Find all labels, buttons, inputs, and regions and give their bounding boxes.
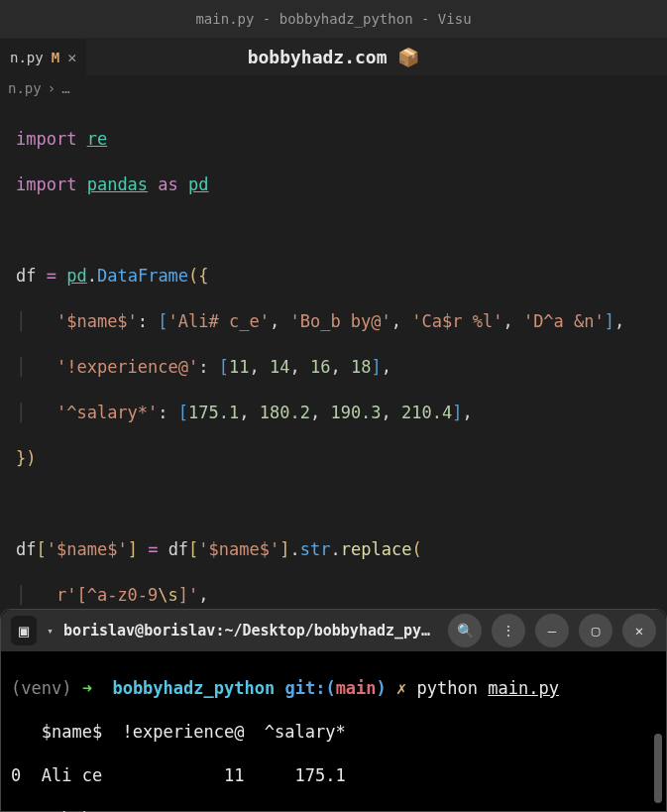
plus-icon: ▣ bbox=[19, 621, 29, 640]
breadcrumb-file: n.py bbox=[8, 80, 42, 96]
terminal-line: 0 Ali ce 11 175.1 bbox=[11, 764, 656, 786]
code-line: import re bbox=[16, 128, 651, 151]
tab-filename: n.py bbox=[10, 50, 44, 65]
chevron-right-icon: › bbox=[48, 80, 56, 96]
close-button[interactable]: ✕ bbox=[622, 614, 656, 647]
breadcrumb-more: … bbox=[61, 80, 69, 96]
code-line: │ '$name$': ['Ali# c_e', 'Bo_b by@', 'Ca… bbox=[16, 310, 651, 333]
menu-button[interactable]: ⋮ bbox=[492, 614, 525, 647]
minimize-button[interactable]: — bbox=[535, 614, 569, 647]
code-line: │ '^salary*': [175.1, 180.2, 190.3, 210.… bbox=[16, 402, 651, 424]
editor-tab[interactable]: n.py M ✕ bbox=[0, 38, 86, 75]
close-icon[interactable]: ✕ bbox=[67, 49, 76, 66]
close-icon: ✕ bbox=[635, 623, 643, 638]
window-title: main.py - bobbyhadz_python - Visu bbox=[195, 11, 471, 27]
code-line: import pandas as pd bbox=[16, 174, 651, 196]
terminal-title: borislav@borislav:~/Desktop/bobbyhadz_py… bbox=[63, 622, 438, 639]
watermark: bobbyhadz.com 📦 bbox=[248, 47, 420, 67]
code-line: │ '!experience@': [11, 14, 16, 18], bbox=[16, 356, 651, 379]
tab-modified-indicator: M bbox=[52, 50, 59, 65]
chevron-down-icon[interactable]: ▾ bbox=[47, 625, 54, 638]
kebab-icon: ⋮ bbox=[501, 623, 515, 638]
tab-bar: n.py M ✕ bobbyhadz.com 📦 bbox=[0, 38, 667, 75]
search-icon: 🔍 bbox=[457, 623, 474, 638]
maximize-icon: ▢ bbox=[592, 623, 600, 638]
search-button[interactable]: 🔍 bbox=[448, 614, 482, 647]
window-titlebar: main.py - bobbyhadz_python - Visu bbox=[0, 0, 667, 38]
code-line: df = pd.DataFrame({ bbox=[16, 265, 651, 288]
terminal-line: (venv) ➜ bobbyhadz_python git:(main) ✗ p… bbox=[11, 677, 656, 699]
minimize-icon: — bbox=[548, 623, 556, 638]
terminal-line: 1 Bob by 14 180.2 bbox=[11, 808, 656, 812]
code-line bbox=[16, 219, 651, 242]
scrollbar-thumb[interactable] bbox=[654, 734, 662, 803]
breadcrumb[interactable]: n.py › … bbox=[0, 75, 667, 101]
code-line: │ r'[^a-z0-9\s]', bbox=[16, 584, 651, 607]
maximize-button[interactable]: ▢ bbox=[579, 614, 612, 647]
terminal-line: $name$ !experience@ ^salary* bbox=[11, 721, 656, 743]
terminal-window: ▣ ▾ borislav@borislav:~/Desktop/bobbyhad… bbox=[0, 609, 667, 812]
code-line bbox=[16, 493, 651, 516]
code-line: }) bbox=[16, 447, 651, 470]
terminal-output[interactable]: (venv) ➜ bobbyhadz_python git:(main) ✗ p… bbox=[1, 651, 666, 812]
terminal-titlebar[interactable]: ▣ ▾ borislav@borislav:~/Desktop/bobbyhad… bbox=[1, 610, 666, 651]
terminal-new-tab[interactable]: ▣ bbox=[11, 616, 37, 645]
code-line: df['$name$'] = df['$name$'].str.replace( bbox=[16, 538, 651, 561]
